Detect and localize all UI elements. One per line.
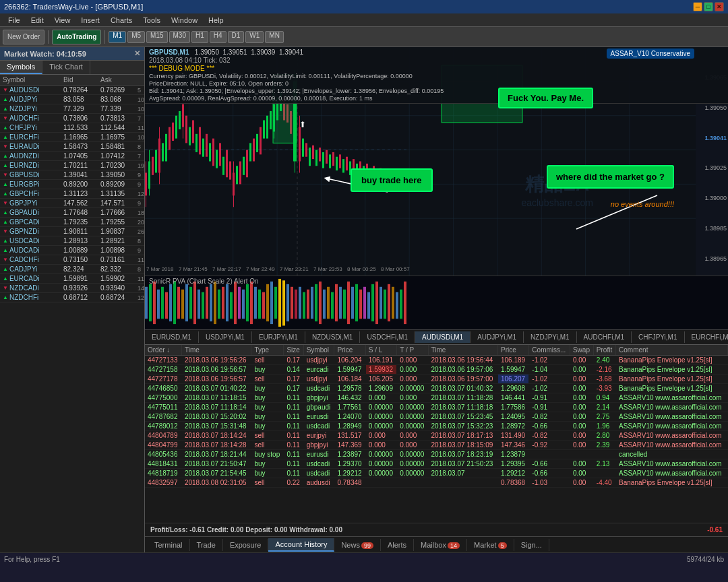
chart-tab-eurchf[interactable]: EURCHFi,M1: [685, 331, 728, 343]
market-watch-row[interactable]: ▼AUDCHFi 0.73806 0.73813 7: [0, 114, 144, 123]
market-watch-row[interactable]: ▲GBPCHFi 1.31123 1.31135 12: [0, 189, 144, 199]
menu-help[interactable]: Help: [203, 15, 229, 26]
tab-alerts[interactable]: Alerts: [381, 539, 414, 551]
price-3: 1.39025: [697, 164, 727, 171]
svg-rect-159: [347, 282, 350, 324]
maximize-button[interactable]: □: [704, 2, 713, 11]
market-watch-row[interactable]: ▲AUDJPYi 83.058 83.068 10: [0, 95, 144, 104]
tab-exposure[interactable]: Exposure: [223, 539, 268, 551]
market-watch-row[interactable]: ▲CADJPYi 82.324 82.332 8: [0, 265, 144, 274]
row-spread: 10: [138, 96, 144, 103]
table-row[interactable]: 44787682 2018.03.07 15:20:02 buy 0.11 eu…: [145, 412, 728, 422]
tab-tick-chart[interactable]: Tick Chart: [42, 61, 90, 74]
row-spread: 26: [138, 228, 144, 235]
chart-tab-eurusd[interactable]: EURUSD,M1: [145, 331, 199, 343]
tab-mailbox[interactable]: Mailbox14: [414, 539, 467, 551]
tf-h4[interactable]: H4: [210, 31, 226, 43]
chart-tab-usdjpy[interactable]: USDJPYi,M1: [199, 331, 252, 343]
table-row[interactable]: 44805436 2018.03.07 18:21:44 buy stop 0.…: [145, 450, 728, 459]
chart-tab-usdchf[interactable]: USDCHFi,M1: [360, 331, 415, 343]
menu-file[interactable]: File: [3, 15, 26, 26]
date-label-4: 7 Mar 22:49: [246, 266, 275, 272]
market-watch-row[interactable]: ▼CADCHFi 0.73150 0.73161 11: [0, 255, 144, 265]
table-row[interactable]: 44775000 2018.03.07 11:18:15 buy 0.11 gb…: [145, 393, 728, 403]
market-watch-row[interactable]: ▼AUDUSDi 0.78264 0.78269 5: [0, 86, 144, 95]
tf-m1[interactable]: M1: [109, 31, 126, 43]
market-watch-row[interactable]: ▲GBPCADi 1.79235 1.79255 20: [0, 218, 144, 227]
close-button[interactable]: ✕: [715, 2, 724, 11]
table-row[interactable]: 44727158 2018.03.06 19:56:57 buy 0.14 eu…: [145, 365, 728, 375]
menu-tools[interactable]: Tools: [138, 15, 166, 26]
chart-tab-audjpy[interactable]: AUDJPYi,M1: [471, 331, 524, 343]
orders-table[interactable]: Order ↓ Time Type Size Symbol Price S / …: [145, 345, 728, 523]
market-watch-row[interactable]: ▼GBPJPYi 147.562 147.571 9: [0, 199, 144, 208]
table-row[interactable]: 44804789 2018.03.07 18:14:24 sell 0.11 e…: [145, 431, 728, 441]
table-row[interactable]: 44775011 2018.03.07 11:18:14 buy 0.11 gb…: [145, 403, 728, 412]
new-order-button[interactable]: New Order: [3, 30, 44, 44]
market-watch-row[interactable]: ▲GBPAUDi 1.77648 1.77666 18: [0, 208, 144, 218]
tab-terminal[interactable]: Terminal: [148, 539, 190, 551]
chart-tab-nzdusd[interactable]: NZDUSDi,M1: [305, 331, 361, 343]
market-watch-row[interactable]: ▲AUDCADi 1.00889 1.00898 9: [0, 246, 144, 255]
market-watch-row[interactable]: ▲EURCHFi 1.16965 1.16975 10: [0, 133, 144, 142]
table-row[interactable]: 44746850 2018.03.07 01:40:22 buy 0.17 us…: [145, 384, 728, 393]
market-watch-row[interactable]: ▲EURCADi 1.59891 1.59902 11: [0, 274, 144, 284]
row-symbol: ▼AUDUSDi: [3, 86, 63, 94]
market-watch-row[interactable]: ▲EURGBPi 0.89200 0.89209 9: [0, 180, 144, 189]
market-watch-row[interactable]: ▼GBPUSDi 1.39041 1.39050 9: [0, 170, 144, 180]
table-row[interactable]: 44832597 2018.03.08 02:31:05 sell 0.22 a…: [145, 478, 728, 488]
table-row[interactable]: 44818431 2018.03.07 21:50:47 buy 0.11 us…: [145, 459, 728, 469]
market-watch-row[interactable]: ▲EURNZDi 1.70211 1.70230 19: [0, 161, 144, 170]
chart-tab-eurjpy[interactable]: EURJPYi,M1: [252, 331, 305, 343]
chart-tab-nzdjpy[interactable]: NZDJPYi,M1: [524, 331, 576, 343]
chart-tab-audusd[interactable]: AUDUSDi,M1: [415, 331, 471, 343]
table-row[interactable]: 44727178 2018.03.06 19:56:57 sell 0.17 u…: [145, 375, 728, 384]
market-watch-row[interactable]: ▲NZDJPYi 77.329 77.339 10: [0, 104, 144, 114]
tab-signals[interactable]: Sign...: [514, 539, 549, 551]
tf-w1[interactable]: W1: [245, 31, 264, 43]
tab-trade[interactable]: Trade: [190, 539, 223, 551]
tf-d1[interactable]: D1: [228, 31, 245, 43]
market-watch-row[interactable]: ▲AUDNZDi 1.07405 1.07412 7: [0, 152, 144, 161]
table-row[interactable]: 44789012 2018.03.07 15:31:48 buy 0.11 us…: [145, 422, 728, 431]
menu-view[interactable]: View: [49, 15, 76, 26]
svg-rect-82: [339, 154, 341, 168]
market-watch-row[interactable]: ▼NZDCADi 0.93926 0.93940 14: [0, 284, 144, 293]
autotrading-button[interactable]: AutoTrading: [52, 30, 101, 44]
minimize-button[interactable]: ─: [693, 2, 702, 11]
market-watch-close[interactable]: ✕: [134, 49, 140, 58]
market-watch-row[interactable]: ▼EURAUDi 1.58473 1.58481 8: [0, 142, 144, 152]
menu-charts[interactable]: Charts: [105, 15, 138, 26]
table-row[interactable]: 44727133 2018.03.06 19:56:26 sell 0.17 u…: [145, 356, 728, 365]
tf-h1[interactable]: H1: [191, 31, 208, 43]
tf-m5[interactable]: M5: [127, 31, 145, 43]
menu-window[interactable]: Window: [166, 15, 203, 26]
chart-container[interactable]: GBPUSD,M1 1.39050 1.39051 1.39039 1.3904…: [145, 47, 728, 276]
table-row[interactable]: 44804799 2018.03.07 18:14:28 sell 0.11 g…: [145, 441, 728, 450]
chart-tab-chfjpy[interactable]: CHFJPYi,M1: [632, 331, 684, 343]
chart-tab-audchf[interactable]: AUDCHFi,M1: [577, 331, 632, 343]
svg-rect-168: [384, 290, 386, 319]
table-row[interactable]: 44818719 2018.03.07 21:54:45 buy 0.11 us…: [145, 469, 728, 478]
tab-market[interactable]: Market5: [467, 539, 514, 551]
tab-news[interactable]: News99: [334, 539, 381, 551]
tf-mn[interactable]: MN: [265, 31, 284, 43]
order-tp: 0.000: [397, 441, 428, 450]
order-size: 0.11: [284, 393, 303, 403]
tf-m15[interactable]: M15: [146, 31, 167, 43]
svg-rect-119: [185, 284, 188, 321]
svg-rect-150: [311, 287, 313, 319]
market-watch-row[interactable]: ▲NZDCHFi 0.68712 0.68724 12: [0, 293, 144, 302]
tf-m30[interactable]: M30: [169, 31, 190, 43]
order-id: 44775011: [145, 403, 181, 412]
tab-symbols[interactable]: Symbols: [0, 61, 42, 74]
order-tp: 0.000: [397, 375, 428, 384]
order-symbol: usdjpyi: [303, 356, 334, 365]
tab-account-history[interactable]: Account History: [268, 538, 334, 552]
market-watch-row[interactable]: ▲CHFJPYi 112.533 112.544 11: [0, 123, 144, 133]
menu-insert[interactable]: Insert: [75, 15, 105, 26]
order-sl: 0.00000: [365, 469, 396, 478]
market-watch-row[interactable]: ▼GBPNZDi 1.90811 1.90837 26: [0, 227, 144, 236]
market-watch-row[interactable]: ▲USDCADi 1.28913 1.28921 8: [0, 236, 144, 246]
menu-edit[interactable]: Edit: [26, 15, 49, 26]
